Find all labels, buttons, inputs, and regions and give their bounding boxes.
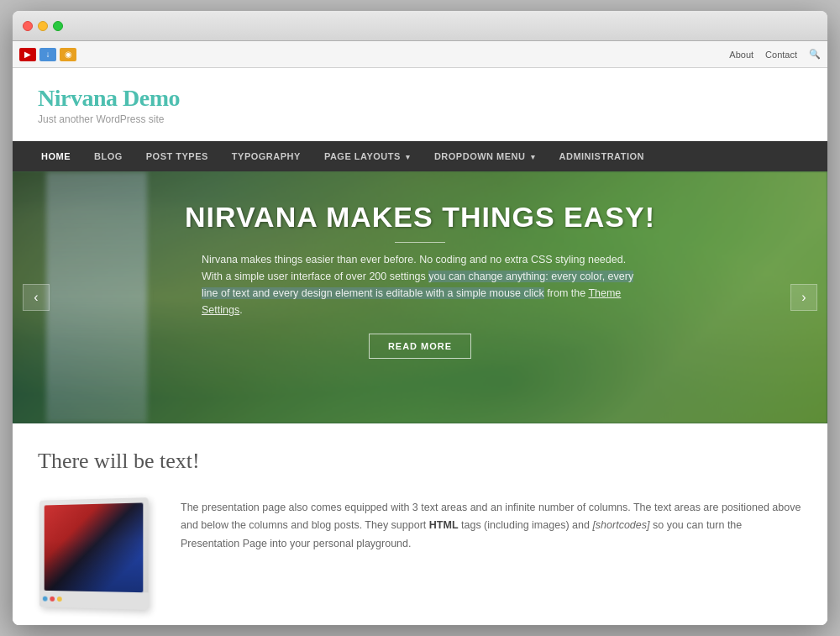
nav-link-administration[interactable]: ADMINISTRATION xyxy=(548,141,657,171)
maximize-button[interactable] xyxy=(53,21,63,31)
site-header: Nirvana Demo Just another WordPress site xyxy=(13,68,827,141)
body-text-2: tags (including images) and xyxy=(461,519,590,531)
nav-link-home[interactable]: HOME xyxy=(29,141,82,171)
device-mockup xyxy=(39,497,149,610)
bold-html: HTML xyxy=(429,519,459,531)
site-title: Nirvana Demo xyxy=(38,85,802,112)
hero-button-wrap: READ MORE xyxy=(80,334,760,359)
hero-body: Nirvana makes things easier than ever be… xyxy=(202,251,638,318)
device-screen xyxy=(45,502,144,592)
nav-link-page-layouts[interactable]: PAGE LAYOUTS ▾ xyxy=(312,141,423,171)
top-navigation: About Contact 🔍 xyxy=(729,49,821,60)
search-icon[interactable]: 🔍 xyxy=(809,49,821,60)
content-image xyxy=(38,499,155,608)
hero-divider xyxy=(395,242,445,243)
nav-item-blog: BLOG xyxy=(82,141,134,171)
main-content: There will be text! The presentation pag… xyxy=(13,423,827,625)
hero-title: NIRVANA MAKES THINGS EASY! xyxy=(80,201,760,234)
browser-window: ▶ ↓ ◉ About Contact 🔍 Nirvana Demo Just … xyxy=(13,11,827,625)
nav-item-page-layouts: PAGE LAYOUTS ▾ xyxy=(312,141,423,171)
browser-toolbar: ▶ ↓ ◉ About Contact 🔍 xyxy=(13,41,827,68)
browser-titlebar xyxy=(13,11,827,41)
nav-link-post-types[interactable]: POST TYPES xyxy=(134,141,220,171)
nav-item-typography: TYPOGRAPHY xyxy=(220,141,312,171)
hero-slider: ‹ › NIRVANA MAKES THINGS EASY! Nirvana m… xyxy=(13,171,827,423)
main-navigation: HOME BLOG POST TYPES TYPOGRAPHY PAGE LAY… xyxy=(13,141,827,171)
feed-icon-2[interactable]: ◉ xyxy=(60,48,76,61)
contact-link[interactable]: Contact xyxy=(765,50,797,60)
nav-link-typography[interactable]: TYPOGRAPHY xyxy=(220,141,312,171)
minimize-button[interactable] xyxy=(38,21,48,31)
nav-link-dropdown-menu[interactable]: DROPDOWN MENU ▾ xyxy=(423,141,548,171)
hero-next-button[interactable]: › xyxy=(790,284,817,311)
nav-link-blog[interactable]: BLOG xyxy=(82,141,134,171)
italic-shortcodes: [shortcodes] xyxy=(592,519,649,531)
device-dot-1 xyxy=(43,597,48,602)
nav-item-administration: ADMINISTRATION xyxy=(548,141,657,171)
hero-content: NIRVANA MAKES THINGS EASY! Nirvana makes… xyxy=(13,171,827,376)
about-link[interactable]: About xyxy=(729,50,753,60)
site-tagline: Just another WordPress site xyxy=(38,113,802,125)
nav-item-home: HOME xyxy=(29,141,82,171)
nav-item-post-types: POST TYPES xyxy=(134,141,220,171)
device-bottom xyxy=(39,591,149,610)
hero-highlight: you can change anything: every color, ev… xyxy=(202,271,633,299)
content-columns: The presentation page also comes equippe… xyxy=(38,499,802,608)
browser-buttons xyxy=(23,21,63,31)
hero-prev-button[interactable]: ‹ xyxy=(23,284,50,311)
content-body: The presentation page also comes equippe… xyxy=(181,499,802,553)
close-button[interactable] xyxy=(23,21,33,31)
feed-icon-1[interactable]: ↓ xyxy=(39,48,56,61)
device-dot-3 xyxy=(57,597,62,602)
toolbar-icons: ▶ ↓ ◉ xyxy=(19,48,76,61)
nav-list: HOME BLOG POST TYPES TYPOGRAPHY PAGE LAY… xyxy=(13,141,827,171)
device-dot-2 xyxy=(50,597,55,602)
nav-item-dropdown-menu: DROPDOWN MENU ▾ xyxy=(423,141,548,171)
section-title: There will be text! xyxy=(38,449,802,474)
youtube-icon[interactable]: ▶ xyxy=(19,48,36,61)
site-content: Nirvana Demo Just another WordPress site… xyxy=(13,68,827,625)
read-more-button[interactable]: READ MORE xyxy=(369,334,471,359)
